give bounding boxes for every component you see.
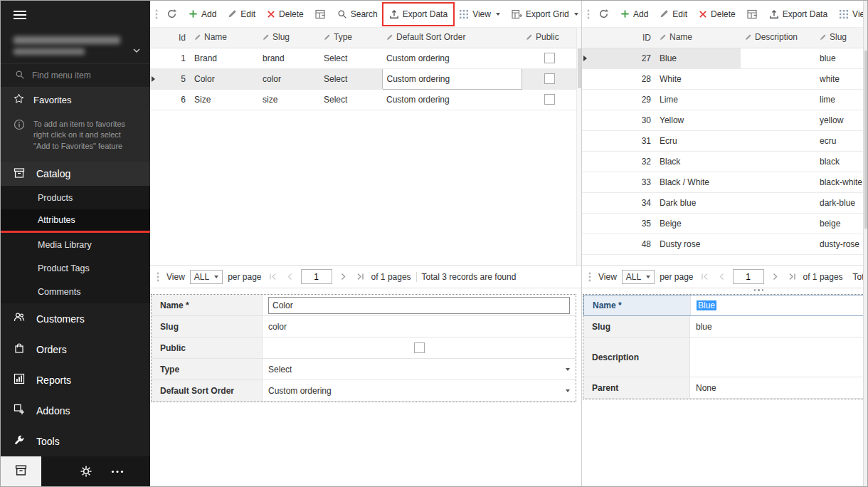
toolbar-overflow-icon[interactable] (585, 9, 592, 20)
table-row[interactable]: 35Beigebeige (582, 213, 867, 234)
page-size-select[interactable]: ALL (622, 270, 655, 284)
slug-value[interactable]: blue (696, 322, 712, 332)
column-header-id[interactable]: ID (588, 28, 655, 48)
column-header-name[interactable]: Name (655, 28, 741, 48)
sidebar-item-reports[interactable]: Reports (1, 365, 150, 395)
settings-gear-icon[interactable] (80, 465, 92, 478)
form-row-public: Public (152, 337, 576, 359)
attributes-panel: Add Edit Delete Search Export Data View … (150, 1, 582, 486)
public-checkbox[interactable] (544, 53, 555, 63)
sidebar-item-products[interactable]: Products (1, 186, 150, 209)
last-page-button[interactable] (354, 272, 366, 281)
sidebar-item-product-tags[interactable]: Product Tags (1, 256, 150, 280)
last-page-button[interactable] (786, 272, 798, 281)
page-size-select[interactable]: ALL (190, 270, 223, 284)
name-input[interactable]: Blue (691, 295, 863, 315)
table-row[interactable]: 33Black / Whiteblack-white (582, 172, 867, 192)
account-name-blurred (14, 36, 137, 55)
pager-overflow-icon[interactable] (154, 271, 162, 283)
add-button[interactable]: Add (615, 4, 653, 24)
refresh-button[interactable] (593, 4, 614, 24)
table-row[interactable]: 34Dark bluedark-blue (582, 192, 867, 213)
column-chooser-button[interactable] (310, 4, 331, 24)
parent-value[interactable]: None (696, 383, 716, 393)
sidebar-item-customers[interactable]: Customers (1, 303, 150, 334)
public-checkbox[interactable] (414, 342, 425, 353)
tools-wrench-icon (14, 434, 25, 448)
delete-button[interactable]: Delete (694, 4, 741, 24)
prev-page-button[interactable] (284, 272, 296, 281)
sidebar-item-tools[interactable]: Tools (1, 426, 150, 456)
sidebar-item-addons[interactable]: Addons (1, 395, 150, 426)
export-grid-button[interactable]: Export Grid (507, 4, 581, 24)
column-chooser-button[interactable] (742, 4, 763, 24)
prev-page-button[interactable] (716, 272, 728, 281)
edit-pencil-icon (526, 33, 533, 43)
column-header-sort[interactable]: Default Sort Order (382, 28, 522, 48)
name-input[interactable] (268, 297, 570, 314)
account-selector[interactable] (1, 31, 150, 63)
catalog-module-button[interactable] (1, 456, 41, 486)
column-header-name[interactable]: Name (190, 28, 258, 48)
table-row[interactable]: 28Whitewhite (582, 68, 867, 89)
slug-value[interactable]: color (268, 322, 287, 332)
table-row-selected[interactable]: 27 Blue blue (582, 48, 867, 68)
table-row[interactable]: 32Blackblack (582, 151, 867, 172)
grid-header-row: ID Name Description Slug (582, 28, 867, 48)
public-checkbox[interactable] (544, 94, 555, 105)
next-page-button[interactable] (337, 272, 349, 281)
more-options-icon[interactable] (111, 470, 124, 473)
window-scrollbar[interactable] (863, 1, 867, 486)
table-row[interactable]: 30Yellowyellow (582, 110, 867, 130)
export-data-button[interactable]: Export Data (384, 4, 452, 24)
form-row-slug: Slug color (152, 316, 576, 337)
sidebar-item-media-library[interactable]: Media Library (1, 233, 150, 256)
column-header-public[interactable]: Public (522, 28, 577, 48)
next-page-button[interactable] (769, 272, 781, 281)
search-button[interactable]: Search (332, 4, 383, 24)
sort-select[interactable]: Custom ordering (263, 380, 576, 401)
comments-label: Comments (38, 287, 80, 297)
splitter-handle[interactable] (754, 289, 764, 291)
menu-search-input[interactable] (32, 70, 132, 80)
table-row-selected[interactable]: 5 Color color Select Custom ordering (150, 68, 577, 89)
table-row[interactable]: 1 Brand brand Select Custom ordering (150, 48, 577, 68)
view-button[interactable]: View (454, 4, 505, 24)
refresh-button[interactable] (162, 4, 182, 24)
toolbar-overflow-icon[interactable] (153, 9, 160, 20)
hamburger-menu-icon[interactable] (14, 10, 26, 22)
table-row[interactable]: 29Limelime (582, 89, 867, 110)
first-page-button[interactable] (699, 272, 711, 281)
sidebar-item-attributes[interactable]: Attributes (1, 209, 150, 233)
export-data-button[interactable]: Export Data (764, 4, 832, 24)
column-header-type[interactable]: Type (319, 28, 382, 48)
table-row[interactable]: 31Ecruecru (582, 130, 867, 151)
sidebar-item-favorites[interactable]: Favorites (1, 88, 150, 112)
column-header-description[interactable]: Description (741, 28, 815, 48)
first-page-button[interactable] (267, 272, 279, 281)
delete-label: Delete (279, 9, 304, 19)
column-header-id[interactable]: Id (156, 28, 190, 48)
add-button[interactable]: Add (184, 4, 221, 24)
table-row[interactable]: 48Dusty rosedusty-rose (582, 234, 867, 254)
page-number-input[interactable] (733, 269, 764, 284)
media-library-label: Media Library (38, 240, 92, 250)
sidebar-item-catalog[interactable]: Catalog (1, 162, 150, 186)
table-row[interactable]: 6 Size size Select Custom ordering (150, 89, 577, 110)
page-number-input[interactable] (301, 269, 332, 284)
pager-overflow-icon[interactable] (586, 271, 593, 283)
column-header-slug[interactable]: Slug (815, 28, 867, 48)
edit-button[interactable]: Edit (223, 4, 260, 24)
total-records-label: Total 3 records are found (422, 272, 517, 282)
type-select[interactable]: Select (263, 359, 576, 379)
sidebar-item-comments[interactable]: Comments (1, 280, 150, 303)
grid-scrollbar[interactable] (576, 28, 581, 265)
public-checkbox[interactable] (544, 73, 555, 84)
column-header-slug[interactable]: Slug (258, 28, 319, 48)
sidebar-item-orders[interactable]: Orders (1, 334, 150, 365)
attributes-toolbar: Add Edit Delete Search Export Data View … (150, 1, 581, 28)
search-icon (15, 70, 25, 82)
delete-button[interactable]: Delete (262, 4, 309, 24)
edit-button[interactable]: Edit (655, 4, 692, 24)
menu-search[interactable] (1, 63, 150, 88)
